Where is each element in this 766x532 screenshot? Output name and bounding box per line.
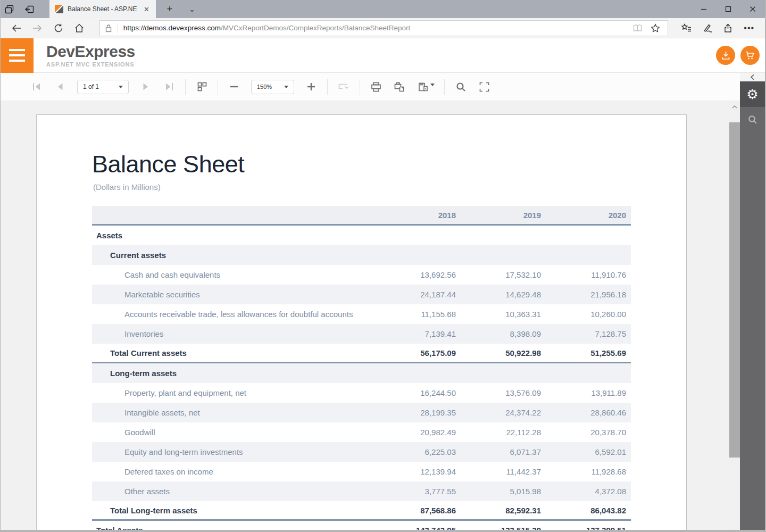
row-label: Total Assets [92, 526, 376, 530]
row-value: 11,155.68 [376, 310, 461, 319]
set-tabs-aside-button[interactable] [21, 0, 38, 18]
print-button[interactable] [368, 79, 384, 95]
row-value: 20,982.49 [376, 428, 461, 437]
print-page-icon [394, 81, 406, 93]
row-value: 24,187.44 [376, 290, 461, 299]
row-value: 87,568.86 [376, 506, 461, 515]
row-value: 28,860.46 [546, 408, 631, 417]
row-label: Cash and cash equivalents [92, 270, 376, 279]
highlight-editing-fields-button[interactable] [336, 79, 352, 95]
new-tab-button[interactable]: + [160, 0, 179, 18]
row-value: 24,374.22 [461, 408, 546, 417]
menu-button[interactable] [1, 38, 34, 73]
row-value: 137,299.51 [546, 526, 631, 530]
minus-icon [229, 81, 239, 92]
row-value: 10,363.31 [461, 310, 546, 319]
download-trial-button[interactable] [716, 46, 735, 65]
home-icon [74, 23, 85, 34]
cart-button[interactable] [740, 46, 760, 65]
first-page-button[interactable] [29, 79, 45, 95]
row-value: 10,260.00 [546, 310, 631, 319]
row-value: 17,532.10 [461, 270, 546, 279]
row-value: 11,928.68 [546, 467, 631, 476]
devexpress-favicon [55, 5, 63, 13]
minimize-button[interactable] [692, 0, 716, 18]
close-icon [750, 6, 756, 12]
table-row: Long-term assets [92, 363, 631, 383]
search-button[interactable] [453, 79, 469, 95]
zoom-select[interactable]: 150% [251, 80, 294, 94]
scroll-up-button[interactable] [729, 101, 740, 113]
zoom-in-button[interactable] [303, 79, 319, 95]
chevron-down-icon [119, 86, 123, 88]
toolbar-separator [218, 79, 218, 95]
hub-button[interactable] [676, 19, 696, 37]
previous-page-icon [55, 82, 65, 92]
table-row: Cash and cash equivalents13,692.5617,532… [92, 265, 631, 285]
forward-icon [32, 23, 43, 34]
browser-tab[interactable]: Balance Sheet - ASP.NE ✕ [49, 0, 156, 18]
scrollbar-track[interactable] [729, 101, 740, 530]
row-value: 13,911.89 [546, 388, 631, 397]
row-value: 3,777.55 [376, 487, 461, 496]
table-row: Inventories7,139.418,398.097,128.75 [92, 324, 631, 344]
report-title: Balance Sheet [92, 151, 631, 178]
table-header-row: 2018 2019 2020 [92, 206, 631, 226]
url-host: https://demos.devexpress.com [123, 24, 221, 32]
address-bar: https://demos.devexpress.com/MVCxReportD… [1, 18, 765, 38]
reading-view-icon [632, 24, 643, 32]
window-controls [692, 0, 765, 18]
export-button[interactable] [415, 79, 436, 95]
row-label: Intangible assets, net [92, 408, 376, 417]
refresh-button[interactable] [48, 19, 69, 37]
gear-icon: ⚙ [746, 88, 758, 101]
close-button[interactable] [740, 0, 765, 18]
page-select[interactable]: 1 of 1 [77, 80, 129, 94]
zoom-out-button[interactable] [226, 79, 242, 95]
header-actions [716, 46, 760, 65]
tab-preview-chevron[interactable]: ⌄ [182, 0, 202, 18]
row-value: 51,255.69 [546, 348, 631, 358]
row-label: Total Long-term assets [92, 506, 376, 515]
scrollbar-thumb[interactable] [729, 122, 740, 458]
row-value: 13,576.09 [461, 388, 546, 397]
tab-close-icon[interactable]: ✕ [141, 4, 152, 14]
row-value: 86,043.82 [546, 506, 631, 515]
print-icon [370, 81, 382, 93]
maximize-icon [725, 6, 731, 12]
home-button[interactable] [69, 19, 89, 37]
column-header: 2018 [376, 211, 461, 220]
next-page-button[interactable] [138, 79, 154, 95]
row-value: 16,244.50 [376, 388, 461, 397]
row-value: 6,225.03 [376, 447, 461, 456]
ellipsis-icon: ••• [744, 23, 754, 33]
previous-page-button[interactable] [52, 79, 68, 95]
url-field[interactable]: https://demos.devexpress.com/MVCxReportD… [99, 20, 668, 36]
last-page-button[interactable] [161, 79, 177, 95]
maximize-button[interactable] [716, 0, 740, 18]
reading-view-button[interactable] [628, 21, 646, 35]
tabs-set-aside-list-button[interactable] [1, 0, 18, 18]
fullscreen-button[interactable] [476, 79, 492, 95]
chevron-down-icon [284, 86, 288, 88]
back-button[interactable] [6, 19, 27, 37]
print-page-button[interactable] [392, 79, 407, 95]
toolbar-separator [360, 79, 360, 95]
panel-collapse-button[interactable] [740, 73, 765, 81]
parameters-panel-button[interactable]: ⚙ [740, 81, 765, 107]
more-actions-button[interactable]: ••• [739, 19, 760, 37]
share-button[interactable] [718, 19, 738, 37]
web-note-button[interactable] [697, 19, 718, 37]
favorites-star-button[interactable] [646, 21, 664, 35]
row-value: 8,398.09 [461, 329, 546, 338]
row-value: 6,071.37 [461, 447, 546, 456]
row-label: Assets [92, 231, 376, 240]
report-viewer: 1 of 1 [1, 73, 729, 530]
url-text: https://demos.devexpress.com/MVCxReportD… [118, 24, 628, 32]
multipage-view-button[interactable] [194, 79, 210, 95]
balance-sheet-table: 2018 2019 2020 AssetsCurrent assetsCash … [92, 206, 631, 530]
row-label: Current assets [92, 251, 376, 260]
forward-button[interactable] [27, 19, 47, 37]
search-panel-button[interactable] [740, 107, 765, 132]
lock-icon [100, 23, 118, 34]
